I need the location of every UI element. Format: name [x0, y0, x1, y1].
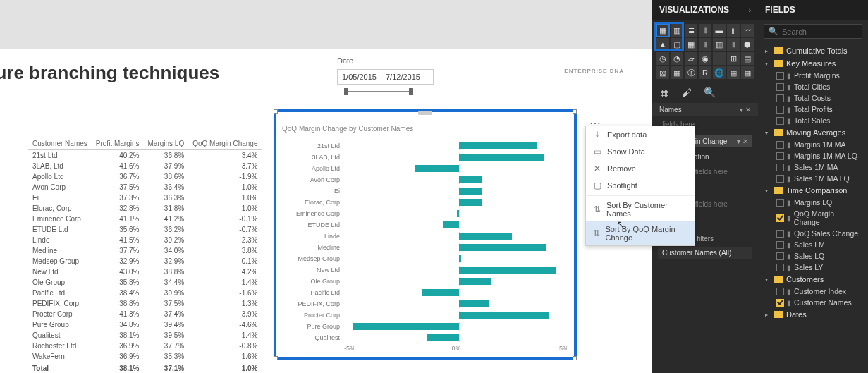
vis-type-icon[interactable]: ▥ [713, 38, 726, 51]
table-row[interactable]: Rochester Ltd36.9%37.7%-0.8% [28, 341, 262, 351]
chart-row[interactable]: ETUDE Ltd [276, 219, 574, 231]
chart-row[interactable]: 3LAB, Ltd [276, 152, 574, 163]
ctx-sort-qoq[interactable]: ⇅Sort By QoQ Margin Change [586, 221, 695, 245]
table-row[interactable]: New Ltd43.0%38.8%4.2% [28, 267, 262, 277]
table-row[interactable]: Avon Corp37.5%36.4%1.0% [28, 182, 262, 192]
table-row[interactable]: 21st Ltd40.2%36.8%3.4% [28, 150, 262, 161]
vis-type-icon[interactable]: ▦ [741, 66, 754, 79]
tree-field[interactable]: ▮Margins LQ [761, 197, 865, 208]
vis-type-icon[interactable]: ☰ [713, 52, 726, 65]
tree-field[interactable]: ▮Sales LY [761, 262, 865, 273]
chart-row[interactable]: Apollo Ltd [276, 163, 574, 174]
resize-tl[interactable] [274, 109, 278, 114]
vis-type-icon[interactable]: ▧ [656, 66, 669, 79]
chart-row[interactable]: Ei [276, 185, 574, 197]
table-row[interactable]: Qualitest38.1%39.5%-1.4% [28, 330, 262, 341]
analytics-tab-icon[interactable]: 🔍 [703, 86, 716, 99]
tree-group[interactable]: ▾Customers [761, 273, 865, 286]
table-row[interactable]: Eminence Corp41.1%41.2%-0.1% [28, 214, 262, 224]
table-row[interactable]: Ole Group35.8%34.4%1.4% [28, 277, 262, 288]
tree-field[interactable]: ▮Total Profits [761, 104, 865, 115]
vis-type-icon[interactable]: ▦ [656, 24, 669, 37]
chart-row[interactable]: PEDIFIX, Corp [276, 298, 574, 310]
filter-customer-names[interactable]: Customer Names (All) [658, 247, 752, 259]
vis-type-icon[interactable]: ▱ [685, 52, 697, 65]
fields-search[interactable]: 🔍 [764, 24, 862, 39]
ctx-remove[interactable]: ✕Remove [586, 160, 695, 177]
checkbox-icon[interactable] [776, 199, 784, 207]
fields-panel-title[interactable]: FIELDS [758, 0, 868, 20]
checkbox-icon[interactable] [776, 164, 784, 171]
chart-grab-handle[interactable] [418, 111, 432, 115]
table-header[interactable]: QoQ Margin Change [188, 137, 262, 150]
data-table[interactable]: Customer NamesProfit MarginsMargins LQQo… [28, 137, 262, 373]
checkbox-icon[interactable] [776, 94, 784, 102]
table-row[interactable]: Ei37.3%36.3%1.0% [28, 192, 262, 203]
table-row[interactable]: Pacific Ltd38.4%39.9%-1.6% [28, 288, 262, 298]
checkbox-icon[interactable] [776, 299, 784, 307]
vis-type-icon[interactable]: ⫼ [727, 24, 740, 37]
slider-handle-left[interactable] [344, 88, 348, 95]
chart-row[interactable]: Eminence Corp [276, 208, 574, 219]
vis-type-icon[interactable]: ⫴ [699, 38, 711, 51]
vis-type-icon[interactable]: ▥ [671, 24, 683, 37]
chart-row[interactable]: Medsep Group [276, 253, 574, 264]
tree-field[interactable]: ▮Sales LM [761, 239, 865, 250]
tree-field[interactable]: ▮QoQ Margin Change [761, 208, 865, 228]
vis-type-icon[interactable]: ▢ [671, 38, 683, 51]
vis-type-icon[interactable]: ▦ [685, 38, 697, 51]
chart-row[interactable]: Medline [276, 242, 574, 253]
table-row[interactable]: Pure Group34.8%39.4%-4.6% [28, 319, 262, 330]
date-slider[interactable] [344, 88, 413, 95]
checkbox-icon[interactable] [776, 117, 784, 125]
chart-row[interactable]: Ole Group [276, 276, 574, 287]
tree-field[interactable]: ▮Sales LQ [761, 250, 865, 262]
chart-visual[interactable]: QoQ Margin Change by Customer Names 21st… [274, 109, 577, 360]
chart-row[interactable]: Qualitest [276, 332, 574, 343]
tree-field[interactable]: ▮Profit Margins [761, 70, 865, 81]
checkbox-icon[interactable] [776, 175, 784, 183]
table-header[interactable]: Profit Margins [92, 137, 144, 150]
table-header[interactable]: Margins LQ [144, 137, 189, 150]
tree-group[interactable]: ▸Cumulative Totals [761, 44, 865, 57]
checkbox-icon[interactable] [776, 264, 784, 271]
table-row[interactable]: Procter Corp41.3%37.4%3.9% [28, 309, 262, 319]
resize-tr[interactable] [573, 109, 577, 114]
table-header[interactable]: Customer Names [28, 137, 92, 150]
checkbox-icon[interactable] [776, 152, 784, 160]
table-row[interactable]: ETUDE Ltd35.6%36.2%-0.7% [28, 224, 262, 235]
table-row[interactable]: Linde41.5%39.2%2.3% [28, 235, 262, 245]
vis-panel-title[interactable]: VISUALIZATIONS› [652, 0, 758, 20]
vis-type-icon[interactable]: ◷ [656, 52, 669, 65]
search-input[interactable] [782, 27, 857, 36]
table-row[interactable]: PEDIFIX, Corp38.8%37.5%1.3% [28, 298, 262, 309]
ctx-sort-customer[interactable]: ⇅Sort By Customer Names [586, 197, 695, 221]
vis-type-icon[interactable]: ▦ [727, 66, 740, 79]
ctx-show-data[interactable]: ▭Show Data [586, 143, 695, 160]
table-row[interactable]: Medsep Group32.9%32.9%0.1% [28, 256, 262, 267]
vis-type-icon[interactable]: ⊞ [727, 52, 740, 65]
table-row[interactable]: Elorac, Corp32.8%31.8%1.0% [28, 203, 262, 214]
vis-type-icon[interactable]: ▦ [671, 66, 683, 79]
tree-field[interactable]: ▮Sales 1M MA LQ [761, 173, 865, 184]
chip-chevron-icon[interactable]: ▾ ✕ [737, 137, 748, 145]
tree-field[interactable]: ▮Customer Names [761, 297, 865, 308]
checkbox-icon[interactable] [776, 106, 784, 114]
vis-type-icon[interactable]: ▤ [741, 52, 754, 65]
chart-row[interactable]: Elorac, Corp [276, 197, 574, 208]
tree-group[interactable]: ▾Moving Averages [761, 126, 865, 139]
vis-type-icon[interactable]: ▲ [656, 38, 669, 51]
vis-type-icon[interactable]: R [699, 66, 711, 79]
checkbox-icon[interactable] [776, 241, 784, 249]
checkbox-icon[interactable] [776, 83, 784, 91]
well-chevron-icon[interactable]: ▾ ✕ [740, 106, 751, 114]
checkbox-icon[interactable] [776, 230, 784, 238]
vis-type-icon[interactable]: ⫴ [699, 24, 711, 37]
table-row[interactable]: Apollo Ltd36.7%38.6%-1.9% [28, 171, 262, 182]
table-row[interactable]: 3LAB, Ltd41.6%37.9%3.7% [28, 161, 262, 171]
chart-row[interactable]: Procter Corp [276, 310, 574, 321]
vis-type-icon[interactable]: ⫴ [727, 38, 740, 51]
resize-bl[interactable] [274, 356, 278, 360]
chart-row[interactable]: Linde [276, 231, 574, 242]
vis-type-icon[interactable]: ⓡ [685, 66, 697, 79]
